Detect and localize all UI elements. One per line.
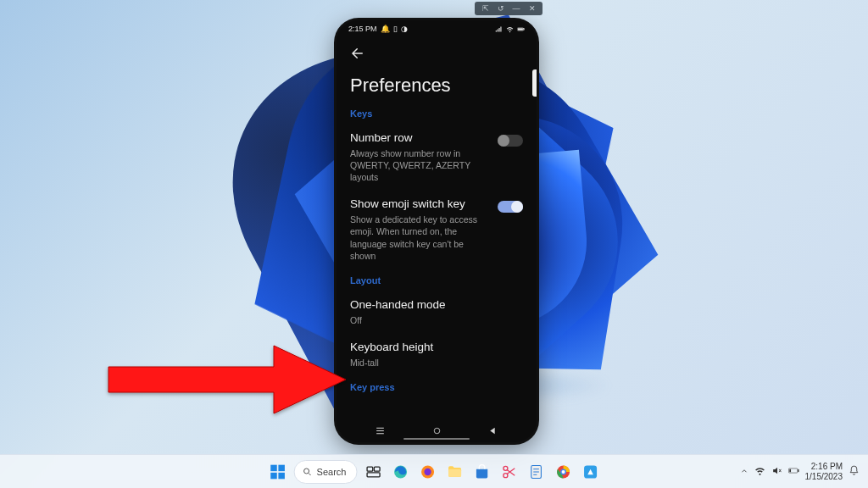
system-tray: 2:16 PM 1/15/2023 [740,462,860,481]
pref-label: One-handed mode [350,298,513,313]
taskbar-app-chrome[interactable] [552,461,574,483]
windows-icon [270,463,287,480]
search-icon [303,467,313,477]
svg-point-14 [424,468,431,474]
svg-rect-11 [367,472,380,476]
pref-label: Keyboard height [350,341,513,355]
taskbar: Search 2:16 PM 1/15/2023 [0,454,868,488]
mirror-undo-icon[interactable]: ↺ [498,5,504,13]
phone-status-bar: 2:15 PM 🔔 ▯ ◑ [337,20,537,37]
svg-rect-6 [270,472,277,479]
pref-subtext: Always show number row in QWERTY, QWERTZ… [350,147,487,184]
tray-battery-icon[interactable] [788,465,799,478]
svg-rect-10 [374,467,380,471]
tray-overflow-button[interactable] [740,467,748,477]
taskbar-app-store[interactable] [470,461,492,483]
svg-rect-25 [789,469,791,472]
triangle-left-icon [487,425,498,436]
sim-icon: ▯ [393,25,398,33]
svg-point-21 [561,470,565,474]
note-icon [527,463,544,480]
pref-subtext: Off [350,314,513,326]
taskbar-app-notepad[interactable] [525,461,547,483]
phone-frame: 2:15 PM 🔔 ▯ ◑ Preferences Keys Number ro… [337,20,537,442]
svg-rect-9 [367,467,373,471]
mirror-minimize-icon[interactable]: — [513,5,520,13]
taskbar-app-mirror[interactable] [579,461,601,483]
wifi-icon [754,465,765,476]
section-header-keys: Keys [350,108,523,119]
toggle-number-row[interactable] [498,135,523,147]
svg-rect-4 [270,464,277,471]
svg-rect-1 [524,28,525,30]
tray-notifications-icon[interactable] [849,465,860,478]
mirror-app-icon [581,463,598,480]
pref-subtext: Mid-tall [350,357,513,369]
signal-icon [495,25,503,33]
side-tab-peek [532,69,537,97]
svg-rect-7 [278,472,285,479]
tray-clock[interactable]: 2:16 PM 1/15/2023 [805,462,843,481]
task-view-icon [364,463,381,480]
menu-icon [375,425,386,436]
taskbar-center: Search [267,460,602,484]
firefox-icon [419,463,436,480]
task-view-button[interactable] [362,461,384,483]
folder-icon [446,463,463,480]
gesture-hint-bar [403,438,470,440]
nav-home-button[interactable] [424,422,449,439]
chrome-icon [554,463,571,480]
taskbar-app-snip[interactable] [498,461,520,483]
pref-subtext: Show a dedicated key to access emoji. Wh… [350,214,487,262]
pref-label: Number row [350,131,487,146]
taskbar-app-edge[interactable] [389,461,411,483]
clock-date: 1/15/2023 [805,472,843,482]
section-header-keypress: Key press [350,382,523,392]
search-label: Search [317,467,347,477]
tray-volume-icon[interactable] [771,465,782,478]
pref-label: Show emoji switch key [350,197,487,212]
svg-rect-24 [798,469,798,472]
phone-content: Preferences Keys Number row Always show … [337,37,537,392]
tray-wifi-icon[interactable] [754,465,765,478]
battery-icon [788,465,799,476]
mirror-pin-icon[interactable]: ⇱ [482,5,489,13]
arrow-left-icon [350,46,365,61]
nav-back-button[interactable] [481,422,506,439]
chevron-up-icon [740,467,748,475]
clock-time: 2:16 PM [805,462,843,472]
svg-rect-5 [278,464,285,471]
start-button[interactable] [267,461,289,483]
dnd-icon: ◑ [401,25,408,33]
bell-icon [849,465,860,476]
pref-number-row[interactable]: Number row Always show number row in QWE… [350,125,523,191]
svg-rect-2 [518,28,523,30]
pref-keyboard-height[interactable]: Keyboard height Mid-tall [350,335,523,377]
section-header-layout: Layout [350,275,523,286]
toggle-emoji-switch[interactable] [498,201,523,213]
svg-point-3 [434,428,440,434]
store-icon [473,463,490,480]
nav-menu-button[interactable] [368,422,393,439]
back-button[interactable] [350,37,367,69]
page-title: Preferences [350,75,523,97]
status-time: 2:15 PM [348,25,377,33]
pref-emoji-switch[interactable]: Show emoji switch key Show a dedicated k… [350,191,523,270]
taskbar-app-firefox[interactable] [416,461,438,483]
svg-rect-15 [448,469,461,476]
wifi-icon [506,25,514,33]
edge-icon [392,463,409,480]
volume-mute-icon [771,465,782,476]
pref-one-handed[interactable]: One-handed mode Off [350,292,523,335]
taskbar-search[interactable]: Search [294,460,358,484]
scissors-icon [500,463,517,480]
circle-icon [431,425,442,436]
taskbar-app-explorer[interactable] [443,461,465,483]
bell-icon: 🔔 [381,25,390,33]
mirror-window-titlebar: ⇱ ↺ — ✕ [475,2,542,15]
battery-icon [517,25,525,33]
svg-point-8 [304,469,309,474]
mirror-close-icon[interactable]: ✕ [529,5,536,13]
